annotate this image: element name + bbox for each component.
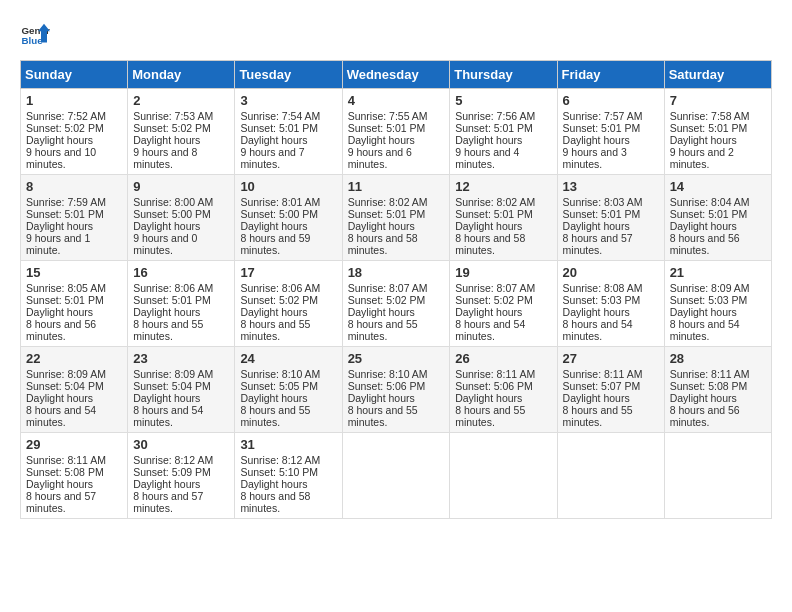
daylight-value: 8 hours and 56 minutes. — [670, 232, 740, 256]
weekday-header-sunday: Sunday — [21, 61, 128, 89]
daylight-value: 9 hours and 10 minutes. — [26, 146, 96, 170]
weekday-header-row: SundayMondayTuesdayWednesdayThursdayFrid… — [21, 61, 772, 89]
week-row-2: 8 Sunrise: 7:59 AM Sunset: 5:01 PM Dayli… — [21, 175, 772, 261]
svg-text:Blue: Blue — [22, 35, 44, 46]
logo: General Blue — [20, 20, 50, 50]
sunrise: Sunrise: 8:11 AM — [563, 368, 643, 380]
day-cell-4: 4 Sunrise: 7:55 AM Sunset: 5:01 PM Dayli… — [342, 89, 450, 175]
daylight-label: Daylight hours — [348, 306, 415, 318]
daylight-value: 8 hours and 58 minutes. — [348, 232, 418, 256]
sunrise: Sunrise: 8:12 AM — [240, 454, 320, 466]
day-cell-29: 29 Sunrise: 8:11 AM Sunset: 5:08 PM Dayl… — [21, 433, 128, 519]
sunset: Sunset: 5:00 PM — [133, 208, 211, 220]
sunset: Sunset: 5:04 PM — [26, 380, 104, 392]
daylight-value: 8 hours and 55 minutes. — [563, 404, 633, 428]
day-number: 25 — [348, 351, 445, 366]
sunrise: Sunrise: 7:56 AM — [455, 110, 535, 122]
weekday-header-wednesday: Wednesday — [342, 61, 450, 89]
day-cell-22: 22 Sunrise: 8:09 AM Sunset: 5:04 PM Dayl… — [21, 347, 128, 433]
sunrise: Sunrise: 8:11 AM — [26, 454, 106, 466]
daylight-value: 9 hours and 0 minutes. — [133, 232, 197, 256]
daylight-value: 9 hours and 1 minute. — [26, 232, 90, 256]
sunrise: Sunrise: 8:07 AM — [455, 282, 535, 294]
sunrise: Sunrise: 7:54 AM — [240, 110, 320, 122]
sunset: Sunset: 5:01 PM — [133, 294, 211, 306]
day-cell-30: 30 Sunrise: 8:12 AM Sunset: 5:09 PM Dayl… — [128, 433, 235, 519]
daylight-label: Daylight hours — [348, 220, 415, 232]
daylight-label: Daylight hours — [670, 392, 737, 404]
day-cell-1: 1 Sunrise: 7:52 AM Sunset: 5:02 PM Dayli… — [21, 89, 128, 175]
daylight-value: 9 hours and 7 minutes. — [240, 146, 304, 170]
daylight-label: Daylight hours — [240, 478, 307, 490]
daylight-value: 8 hours and 54 minutes. — [455, 318, 525, 342]
day-cell-12: 12 Sunrise: 8:02 AM Sunset: 5:01 PM Dayl… — [450, 175, 557, 261]
daylight-value: 8 hours and 58 minutes. — [455, 232, 525, 256]
day-number: 1 — [26, 93, 122, 108]
sunset: Sunset: 5:01 PM — [670, 208, 748, 220]
daylight-value: 8 hours and 59 minutes. — [240, 232, 310, 256]
sunrise: Sunrise: 7:58 AM — [670, 110, 750, 122]
day-cell-13: 13 Sunrise: 8:03 AM Sunset: 5:01 PM Dayl… — [557, 175, 664, 261]
logo-icon: General Blue — [20, 20, 50, 50]
weekday-header-monday: Monday — [128, 61, 235, 89]
day-cell-19: 19 Sunrise: 8:07 AM Sunset: 5:02 PM Dayl… — [450, 261, 557, 347]
day-cell-18: 18 Sunrise: 8:07 AM Sunset: 5:02 PM Dayl… — [342, 261, 450, 347]
day-number: 16 — [133, 265, 229, 280]
day-cell-8: 8 Sunrise: 7:59 AM Sunset: 5:01 PM Dayli… — [21, 175, 128, 261]
weekday-header-friday: Friday — [557, 61, 664, 89]
daylight-label: Daylight hours — [26, 478, 93, 490]
empty-cell — [342, 433, 450, 519]
sunrise: Sunrise: 7:59 AM — [26, 196, 106, 208]
day-cell-14: 14 Sunrise: 8:04 AM Sunset: 5:01 PM Dayl… — [664, 175, 771, 261]
sunset: Sunset: 5:01 PM — [670, 122, 748, 134]
sunset: Sunset: 5:01 PM — [240, 122, 318, 134]
sunrise: Sunrise: 8:05 AM — [26, 282, 106, 294]
sunset: Sunset: 5:01 PM — [348, 122, 426, 134]
day-cell-25: 25 Sunrise: 8:10 AM Sunset: 5:06 PM Dayl… — [342, 347, 450, 433]
daylight-value: 8 hours and 54 minutes. — [133, 404, 203, 428]
daylight-value: 9 hours and 2 minutes. — [670, 146, 734, 170]
sunset: Sunset: 5:01 PM — [26, 208, 104, 220]
daylight-label: Daylight hours — [26, 392, 93, 404]
day-number: 13 — [563, 179, 659, 194]
daylight-label: Daylight hours — [133, 306, 200, 318]
sunrise: Sunrise: 8:02 AM — [455, 196, 535, 208]
daylight-value: 9 hours and 8 minutes. — [133, 146, 197, 170]
sunrise: Sunrise: 8:06 AM — [133, 282, 213, 294]
sunrise: Sunrise: 8:11 AM — [670, 368, 750, 380]
daylight-value: 9 hours and 6 minutes. — [348, 146, 412, 170]
weekday-header-thursday: Thursday — [450, 61, 557, 89]
daylight-label: Daylight hours — [455, 392, 522, 404]
sunrise: Sunrise: 8:03 AM — [563, 196, 643, 208]
empty-cell — [450, 433, 557, 519]
sunset: Sunset: 5:08 PM — [670, 380, 748, 392]
day-cell-9: 9 Sunrise: 8:00 AM Sunset: 5:00 PM Dayli… — [128, 175, 235, 261]
daylight-label: Daylight hours — [455, 220, 522, 232]
day-cell-27: 27 Sunrise: 8:11 AM Sunset: 5:07 PM Dayl… — [557, 347, 664, 433]
daylight-value: 8 hours and 56 minutes. — [670, 404, 740, 428]
sunset: Sunset: 5:01 PM — [455, 122, 533, 134]
sunset: Sunset: 5:03 PM — [670, 294, 748, 306]
day-number: 15 — [26, 265, 122, 280]
daylight-label: Daylight hours — [26, 220, 93, 232]
daylight-label: Daylight hours — [563, 306, 630, 318]
day-number: 2 — [133, 93, 229, 108]
day-number: 28 — [670, 351, 766, 366]
sunrise: Sunrise: 8:09 AM — [133, 368, 213, 380]
daylight-label: Daylight hours — [563, 134, 630, 146]
day-number: 5 — [455, 93, 551, 108]
daylight-value: 8 hours and 54 minutes. — [563, 318, 633, 342]
sunset: Sunset: 5:08 PM — [26, 466, 104, 478]
daylight-label: Daylight hours — [455, 134, 522, 146]
day-cell-20: 20 Sunrise: 8:08 AM Sunset: 5:03 PM Dayl… — [557, 261, 664, 347]
sunset: Sunset: 5:06 PM — [455, 380, 533, 392]
daylight-value: 8 hours and 57 minutes. — [563, 232, 633, 256]
sunset: Sunset: 5:02 PM — [455, 294, 533, 306]
sunrise: Sunrise: 8:12 AM — [133, 454, 213, 466]
daylight-label: Daylight hours — [133, 220, 200, 232]
daylight-label: Daylight hours — [26, 134, 93, 146]
day-number: 11 — [348, 179, 445, 194]
day-cell-10: 10 Sunrise: 8:01 AM Sunset: 5:00 PM Dayl… — [235, 175, 342, 261]
sunrise: Sunrise: 7:57 AM — [563, 110, 643, 122]
week-row-1: 1 Sunrise: 7:52 AM Sunset: 5:02 PM Dayli… — [21, 89, 772, 175]
